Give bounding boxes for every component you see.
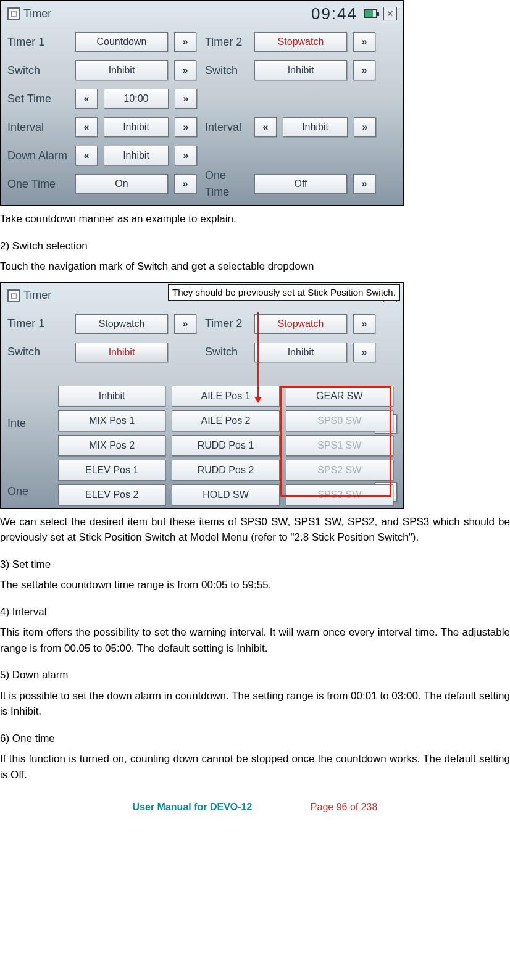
footer-page-number: Page 96 of 238 xyxy=(311,802,378,812)
settime-label: Set Time xyxy=(7,91,69,107)
screen-title: Timer xyxy=(23,6,51,22)
timer-settings-screenshot-1: ◻ Timer 09:44 ✕ Timer 1 Countdown » Time… xyxy=(0,0,404,206)
switch-right-label: Switch xyxy=(205,62,248,79)
onetime-right-label: One Time xyxy=(205,167,248,201)
settime-prev-button[interactable]: « xyxy=(75,89,98,109)
option-elev-pos-1[interactable]: ELEV Pos 1 xyxy=(58,460,165,481)
callout-arrow-line xyxy=(257,312,259,399)
switch-right-value-button[interactable]: Inhibit xyxy=(254,343,347,362)
heading-down-alarm: 5) Down alarm xyxy=(0,667,510,683)
onetime-right-next-button[interactable]: » xyxy=(353,174,375,194)
titlebar: ◻ Timer 09:44 ✕ xyxy=(7,5,397,22)
timer2-label: Timer 2 xyxy=(205,315,248,332)
footer-manual-title: User Manual for DEVO-12 xyxy=(133,802,253,812)
switch-right-label: Switch xyxy=(205,344,248,360)
clock-time: 09:44 xyxy=(311,2,357,26)
timer1-value-button[interactable]: Stopwatch xyxy=(75,314,168,334)
heading-set-time: 3) Set time xyxy=(0,557,510,573)
paragraph-one-time: If this function is turned on, counting … xyxy=(0,751,510,783)
timer2-value-button[interactable]: Stopwatch xyxy=(254,32,347,52)
heading-one-time: 6) One time xyxy=(0,731,510,747)
onetime-left-label: One Time xyxy=(7,176,69,193)
timer2-next-button[interactable]: » xyxy=(353,314,375,334)
interval-left-value-button[interactable]: Inhibit xyxy=(104,117,169,137)
option-aile-pos-1[interactable]: AILE Pos 1 xyxy=(172,386,279,407)
inte-label: Inte xyxy=(7,415,38,432)
page-footer: User Manual for DEVO-12 Page 96 of 238 xyxy=(0,800,510,815)
home-icon: ◻ xyxy=(7,7,20,20)
close-icon: ✕ xyxy=(383,7,397,20)
switch-left-value-button[interactable]: Inhibit xyxy=(75,343,168,362)
interval-left-prev-button[interactable]: « xyxy=(75,117,98,137)
paragraph-set-time: The settable countdown time range is fro… xyxy=(0,577,510,593)
paragraph-switch-selection: Touch the navigation mark of Switch and … xyxy=(0,259,510,275)
downalarm-prev-button[interactable]: « xyxy=(75,146,98,165)
paragraph-intro: Take countdown manner as an example to e… xyxy=(0,211,510,227)
heading-switch-selection: 2) Switch selection xyxy=(0,238,510,254)
timer1-value-button[interactable]: Countdown xyxy=(75,32,168,52)
timer1-next-button[interactable]: » xyxy=(174,32,196,52)
home-icon: ◻ xyxy=(7,289,20,302)
timer1-label: Timer 1 xyxy=(7,315,69,332)
switch-left-value-button[interactable]: Inhibit xyxy=(75,60,168,80)
callout-note: They should be previously set at Stick P… xyxy=(168,284,400,301)
interval-right-next-button[interactable]: » xyxy=(354,117,376,137)
settime-value-button[interactable]: 10:00 xyxy=(104,89,169,109)
switch-left-next-button[interactable]: » xyxy=(174,60,196,80)
one-label: One xyxy=(7,483,38,500)
paragraph-sps-note: We can select the desired item but these… xyxy=(0,514,510,546)
onetime-left-next-button[interactable]: » xyxy=(174,174,196,194)
screen-title: Timer xyxy=(23,287,51,304)
switch-right-value-button[interactable]: Inhibit xyxy=(254,60,347,80)
switch-left-label: Switch xyxy=(7,344,69,360)
paragraph-down-alarm: It is possible to set the down alarm in … xyxy=(0,688,510,720)
option-aile-pos-2[interactable]: AILE Pos 2 xyxy=(172,410,279,431)
paragraph-interval: This item offers the possibility to set … xyxy=(0,625,510,656)
timer2-next-button[interactable]: » xyxy=(353,32,375,52)
interval-right-label: Interval xyxy=(205,119,248,136)
downalarm-next-button[interactable]: » xyxy=(175,146,197,165)
interval-left-next-button[interactable]: » xyxy=(175,117,197,137)
option-rudd-pos-2[interactable]: RUDD Pos 2 xyxy=(172,460,279,481)
callout-arrow-head xyxy=(254,397,262,403)
interval-right-prev-button[interactable]: « xyxy=(254,117,277,137)
option-hold-sw[interactable]: HOLD SW xyxy=(172,484,279,505)
heading-interval: 4) Interval xyxy=(0,604,510,620)
onetime-right-value-button[interactable]: Off xyxy=(254,174,347,194)
timer2-label: Timer 2 xyxy=(205,34,248,51)
settime-next-button[interactable]: » xyxy=(175,89,197,109)
timer1-next-button[interactable]: » xyxy=(174,314,196,334)
highlight-sps-options xyxy=(280,386,391,497)
switch-right-next-button[interactable]: » xyxy=(353,60,375,80)
onetime-left-value-button[interactable]: On xyxy=(75,174,168,194)
timer1-label: Timer 1 xyxy=(7,34,69,51)
interval-left-label: Interval xyxy=(7,119,69,136)
option-rudd-pos-1[interactable]: RUDD Pos 1 xyxy=(172,435,279,456)
option-mix-pos-2[interactable]: MIX Pos 2 xyxy=(58,435,165,456)
option-elev-pos-2[interactable]: ELEV Pos 2 xyxy=(58,484,165,505)
downalarm-label: Down Alarm xyxy=(7,147,69,164)
option-mix-pos-1[interactable]: MIX Pos 1 xyxy=(58,410,165,431)
timer2-value-button[interactable]: Stopwatch xyxy=(254,314,347,334)
switch-left-label: Switch xyxy=(7,62,69,79)
interval-right-value-button[interactable]: Inhibit xyxy=(283,117,348,137)
switch-right-next-button[interactable]: » xyxy=(353,343,375,362)
battery-icon xyxy=(364,9,377,18)
downalarm-value-button[interactable]: Inhibit xyxy=(104,146,169,165)
timer-settings-screenshot-2: ◻ Timer 09:30 ✕ Timer 1 Stopwatch » Time… xyxy=(0,282,404,509)
option-inhibit[interactable]: Inhibit xyxy=(58,386,165,407)
